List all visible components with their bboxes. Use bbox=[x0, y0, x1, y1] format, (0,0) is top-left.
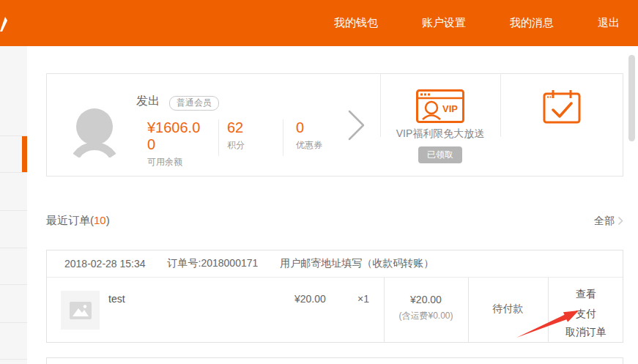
sidebar-item[interactable] bbox=[0, 248, 27, 284]
received-badge[interactable]: 已领取 bbox=[418, 146, 462, 163]
order-total-column: ¥20.00 (含运费¥0.00) bbox=[384, 278, 468, 322]
points-value: 62 bbox=[227, 119, 245, 136]
member-center-page: 我的钱包 账户设置 我的消息 退出 发出 普通会员 bbox=[0, 0, 638, 364]
nav-item-my-messages[interactable]: 我的消息 bbox=[510, 16, 554, 30]
scrollbar-thumb[interactable] bbox=[628, 55, 635, 141]
sidebar-item[interactable] bbox=[0, 172, 27, 210]
username: 发出 bbox=[136, 94, 160, 109]
order-status: 待付款 bbox=[468, 302, 548, 316]
avatar-person-icon bbox=[73, 108, 116, 157]
order-card-header: 2018-02-28 15:34 订单号:2018000171 用户邮寄地址填写… bbox=[47, 250, 623, 278]
sidebar-item[interactable] bbox=[0, 284, 27, 322]
vip-promo-title: VIP福利限免大放送 bbox=[380, 127, 500, 141]
nav-item-logout[interactable]: 退出 bbox=[598, 16, 620, 30]
sidebar-header-area bbox=[0, 46, 27, 135]
coupons-stat[interactable]: 0 优惠券 bbox=[296, 119, 322, 152]
vip-icon: VIP bbox=[416, 89, 464, 123]
stat-divider bbox=[218, 119, 219, 156]
top-nav-menu: 我的钱包 账户设置 我的消息 退出 bbox=[334, 0, 638, 46]
recent-orders-header: 最近订单(10) 全部 bbox=[46, 214, 623, 228]
calendar-checkin-section[interactable] bbox=[500, 74, 624, 177]
sidebar-item[interactable] bbox=[0, 359, 27, 364]
sidebar-item[interactable] bbox=[0, 322, 27, 359]
calendar-check-icon bbox=[543, 89, 581, 124]
orders-count: 10 bbox=[94, 214, 106, 226]
order-total: ¥20.00 bbox=[384, 294, 468, 305]
product-thumbnail[interactable] bbox=[61, 291, 100, 330]
points-stat[interactable]: 62 积分 bbox=[227, 119, 245, 152]
sidebar-active-indicator bbox=[22, 136, 27, 172]
image-placeholder-icon bbox=[70, 302, 92, 319]
order-number: 订单号:2018000171 bbox=[168, 257, 259, 270]
top-navigation-bar: 我的钱包 账户设置 我的消息 退出 bbox=[0, 0, 638, 46]
sidebar-menu bbox=[0, 46, 27, 364]
coupons-value: 0 bbox=[296, 119, 322, 136]
view-all-link[interactable]: 全部 bbox=[594, 215, 623, 228]
member-level-badge: 普通会员 bbox=[169, 96, 219, 111]
action-cancel-order[interactable]: 取消订单 bbox=[548, 326, 624, 339]
order-card-body: test ¥20.00 ×1 ¥20.00 (含运费¥0.00) 待付款 查看 … bbox=[47, 278, 623, 342]
logo-fragment bbox=[0, 15, 10, 34]
points-label: 积分 bbox=[227, 139, 245, 152]
nav-item-my-wallet[interactable]: 我的钱包 bbox=[334, 16, 378, 30]
balance-value: ¥1606.00 bbox=[147, 119, 206, 153]
next-order-card-partial bbox=[46, 357, 623, 364]
action-view-order[interactable]: 查看 bbox=[548, 288, 624, 301]
order-datetime: 2018-02-28 15:34 bbox=[64, 258, 146, 270]
profile-card: 发出 普通会员 ¥1606.00 可用余额 62 积分 0 优惠券 bbox=[46, 73, 623, 177]
product-name[interactable]: test bbox=[108, 293, 125, 305]
coupons-label: 优惠券 bbox=[296, 139, 322, 152]
product-quantity: ×1 bbox=[357, 293, 369, 305]
balance-label: 可用余额 bbox=[147, 156, 206, 168]
chevron-right-icon bbox=[617, 216, 623, 226]
chevron-right-icon[interactable] bbox=[347, 109, 366, 141]
main-content: 发出 普通会员 ¥1606.00 可用余额 62 积分 0 优惠券 bbox=[27, 46, 638, 364]
sidebar-item[interactable] bbox=[0, 210, 27, 248]
order-status-column: 待付款 bbox=[468, 278, 548, 316]
order-note: 用户邮寄地址填写（收款码转账） bbox=[280, 257, 434, 270]
svg-text:VIP: VIP bbox=[442, 103, 458, 114]
balance-stat[interactable]: ¥1606.00 可用余额 bbox=[147, 119, 206, 168]
order-card: 2018-02-28 15:34 订单号:2018000171 用户邮寄地址填写… bbox=[46, 250, 623, 343]
action-pay-order[interactable]: 支付 bbox=[548, 308, 624, 321]
recent-orders-title: 最近订单(10) bbox=[46, 214, 110, 228]
nav-item-account-settings[interactable]: 账户设置 bbox=[422, 16, 466, 30]
shipping-fee-note: (含运费¥0.00) bbox=[384, 310, 468, 322]
product-price: ¥20.00 bbox=[294, 293, 326, 305]
stat-divider bbox=[283, 119, 283, 156]
vip-promo-section[interactable]: VIP VIP福利限免大放送 已领取 bbox=[380, 74, 500, 177]
